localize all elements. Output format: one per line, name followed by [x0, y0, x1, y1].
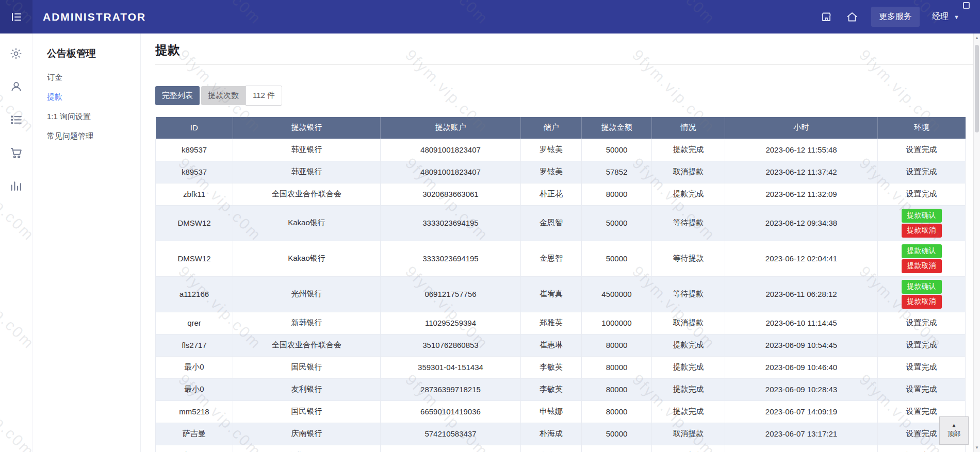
window-icon[interactable] — [963, 2, 970, 9]
cell-status: 提款完成 — [652, 378, 725, 400]
full-list-button[interactable]: 完整列表 — [155, 86, 200, 105]
cell-time: 2023-06-12 11:37:42 — [725, 161, 878, 183]
cell-id: mm5218 — [156, 400, 233, 423]
sidebar-item-deposit[interactable]: 订金 — [47, 73, 140, 82]
icon-rail — [0, 34, 32, 452]
cell-status: 等待提款 — [652, 205, 725, 241]
store-icon[interactable] — [820, 10, 833, 24]
scrollbar-up-arrow[interactable]: ▲ — [974, 36, 980, 40]
withdraw-cancel-button[interactable]: 提款取消 — [902, 295, 942, 309]
col-account: 提款账户 — [381, 117, 521, 139]
col-id: ID — [156, 117, 233, 139]
cell-status: 取消提款 — [652, 423, 725, 445]
sidebar-toggle-button[interactable] — [0, 0, 32, 34]
withdraw-table-body: k89537 韩亚银行 48091001823407 罗铉美 50000 提款完… — [156, 139, 966, 452]
cell-status: 等待提款 — [652, 276, 725, 312]
list-icon[interactable] — [9, 113, 23, 126]
brand-title: ADMINISTRATOR — [43, 11, 146, 23]
withdraw-count-button[interactable]: 提款次数 — [201, 86, 246, 105]
scrollbar-thumb[interactable] — [975, 45, 979, 132]
cell-account: 48091001823407 — [381, 161, 521, 183]
cell-amount: 80000 — [582, 334, 652, 356]
topbar-right: 更多服务 经理 ▼ — [820, 7, 980, 27]
cell-amount: 80000 — [582, 378, 652, 400]
cell-holder: 李敏英 — [521, 356, 582, 378]
cell-id: 萨吉曼 — [156, 423, 233, 445]
cell-account: 3020683663061 — [381, 183, 521, 205]
cell-id: 最小0 — [156, 356, 233, 378]
cell-holder: 郑雅英 — [521, 312, 582, 334]
cell-time: 2023-06-12 02:04:41 — [725, 241, 878, 276]
withdraw-cancel-button[interactable]: 提款取消 — [902, 224, 942, 238]
cell-holder: 罗铉美 — [521, 139, 582, 161]
cell-status: 提款完成 — [652, 139, 725, 161]
cell-amount: 80000 — [582, 400, 652, 423]
table-row: 最小0 友利银行 28736399718215 李敏英 80000 提款完成 2… — [156, 378, 966, 400]
table-row: zbfk11 全国农业合作联合会 3020683663061 朴正花 80000… — [156, 183, 966, 205]
chart-icon[interactable] — [9, 179, 23, 192]
cell-bank: 全国农业合作联合会 — [233, 183, 381, 205]
withdraw-confirm-button[interactable]: 提款确认 — [902, 244, 942, 258]
cell-amount: 4500000 — [582, 276, 652, 312]
cell-id: DMSW12 — [156, 241, 233, 276]
settings-icon[interactable] — [9, 47, 23, 60]
cell-account: 110295259394 — [381, 312, 521, 334]
cart-icon[interactable] — [9, 146, 23, 159]
back-to-top-button[interactable]: ▲ 顶部 — [939, 416, 969, 445]
cell-bank: 国民银行 — [233, 400, 381, 423]
cell-bank: 友利银行 — [233, 378, 381, 400]
cell-time: 2023-06-09 10:46:40 — [725, 356, 878, 378]
sidebar: 公告板管理 订金 提款 1:1 询问设置 常见问题管理 — [32, 34, 141, 452]
sidebar-item-withdraw[interactable]: 提款 — [47, 92, 140, 102]
user-icon[interactable] — [9, 80, 23, 93]
filter-row: 完整列表 提款次数 112 件 — [155, 86, 966, 106]
cell-account: 3510762860853 — [381, 334, 521, 356]
cell-bank: 全国农业合作联合会 — [233, 445, 381, 452]
cell-holder: 罗铉美 — [521, 161, 582, 183]
table-row: 萨吉曼 庆南银行 574210583437 朴海成 50000 取消提款 202… — [156, 423, 966, 445]
more-services-button[interactable]: 更多服务 — [871, 7, 920, 27]
scrollbar-down-arrow[interactable]: ▼ — [974, 445, 980, 450]
sidebar-toggle-icon — [10, 11, 23, 23]
cell-env: 设置完成 — [878, 312, 966, 334]
sidebar-item-faq[interactable]: 常见问题管理 — [47, 131, 140, 141]
cell-env: 设置完成 — [878, 183, 966, 205]
withdraw-confirm-button[interactable]: 提款确认 — [902, 280, 942, 294]
col-time: 小时 — [725, 117, 878, 139]
cell-env: 提款确认提款取消 — [878, 276, 966, 312]
cell-holder: 金彩恩 — [521, 445, 582, 452]
cell-amount: 1000 — [582, 445, 652, 452]
cell-bank: 韩亚银行 — [233, 139, 381, 161]
up-arrow-icon: ▲ — [951, 423, 957, 428]
cell-account: 28736399718215 — [381, 378, 521, 400]
scrollbar[interactable]: ▲ ▼ — [973, 34, 980, 452]
cell-amount: 50000 — [582, 423, 652, 445]
cell-status: 取消提款 — [652, 445, 725, 452]
cell-env: 提款确认提款取消 — [878, 241, 966, 276]
topbar: ADMINISTRATOR 更多服务 经理 ▼ — [0, 0, 980, 34]
cell-amount: 57852 — [582, 161, 652, 183]
cell-status: 提款完成 — [652, 400, 725, 423]
cell-status: 取消提款 — [652, 312, 725, 334]
sidebar-item-inquiry-settings[interactable]: 1:1 询问设置 — [47, 112, 140, 122]
cell-holder: 朴正花 — [521, 183, 582, 205]
cell-id: 最小0 — [156, 378, 233, 400]
withdraw-confirm-button[interactable]: 提款确认 — [902, 209, 942, 223]
withdraw-cancel-button[interactable]: 提款取消 — [902, 259, 942, 273]
table-row: DMSW12 Kakao银行 3333023694195 金恩智 50000 等… — [156, 205, 966, 241]
cell-env: 设置完成 — [878, 161, 966, 183]
home-icon[interactable] — [845, 10, 859, 24]
user-menu[interactable]: 经理 ▼ — [932, 11, 959, 22]
cell-holder: 申铉娜 — [521, 400, 582, 423]
cell-amount: 50000 — [582, 139, 652, 161]
cell-id: k89537 — [156, 161, 233, 183]
cell-account: 069121757756 — [381, 276, 521, 312]
cell-holder: 崔惠琳 — [521, 334, 582, 356]
cell-status: 取消提款 — [652, 161, 725, 183]
cell-env: 设置完成 — [878, 139, 966, 161]
cell-status: 等待提款 — [652, 241, 725, 276]
cell-env: 设置完成 — [878, 356, 966, 378]
cell-account: 48091001823407 — [381, 139, 521, 161]
cell-amount: 80000 — [582, 183, 652, 205]
cell-amount: 80000 — [582, 356, 652, 378]
